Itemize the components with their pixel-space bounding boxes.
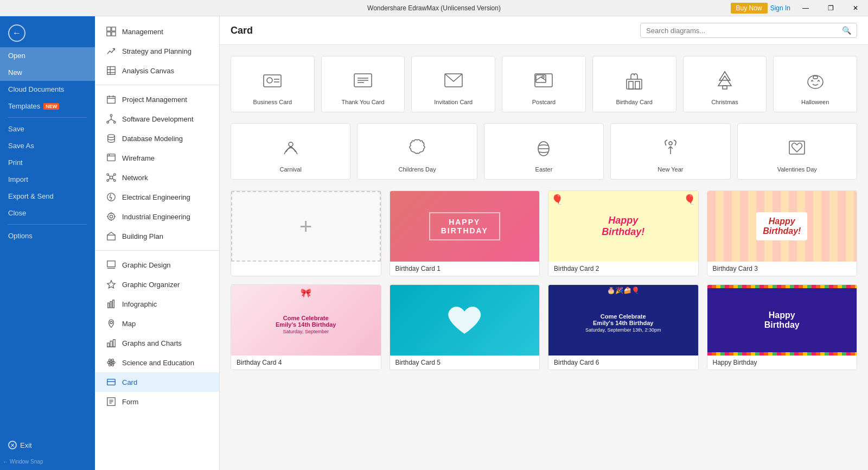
- category-building[interactable]: Building Plan: [95, 226, 219, 246]
- bday3-inner: HappyBirthday!: [756, 212, 807, 240]
- template-card-bday7[interactable]: HappyBirthday Happy Birthday: [707, 284, 858, 370]
- sidebar-item-print[interactable]: Print: [0, 154, 95, 171]
- sidebar-item-cloud[interactable]: Cloud Documents: [0, 81, 95, 98]
- template-card-bday5[interactable]: Birthday Card 5: [390, 284, 540, 370]
- template-grid: + HAPPY BIRTHDAY Birthday Card: [231, 190, 857, 370]
- sidebar-bottom: ✕ Exit ← Window Snap: [0, 436, 95, 470]
- category-graphic[interactable]: Graphic Design: [95, 255, 219, 275]
- category-form[interactable]: Form: [95, 392, 219, 411]
- category-graphs[interactable]: Graphs and Charts: [95, 333, 219, 353]
- bday7-label: Happy Birthday: [707, 355, 857, 370]
- sidebar-item-open[interactable]: Open: [0, 47, 95, 64]
- cat-card-easter[interactable]: Easter: [484, 123, 604, 180]
- svg-marker-41: [107, 281, 115, 288]
- svg-point-80: [289, 142, 293, 147]
- sidebar-divider-1: [8, 117, 87, 118]
- svg-rect-42: [108, 303, 110, 308]
- bday4-text: Come CelebrateEmily's 14th BirthdaySatur…: [270, 315, 341, 334]
- category-wireframe[interactable]: Wireframe: [95, 148, 219, 168]
- graphic-icon: [106, 259, 117, 270]
- template-card-bday3[interactable]: HappyBirthday! Birthday Card 3: [707, 190, 858, 276]
- category-strategy[interactable]: Strategy and Planning: [95, 41, 219, 61]
- svg-rect-0: [107, 27, 111, 31]
- search-box[interactable]: 🔍: [640, 23, 857, 38]
- thankyou-card-icon: [350, 67, 376, 93]
- template-card-bday1[interactable]: HAPPY BIRTHDAY Birthday Card 1: [390, 190, 540, 276]
- cat-card-valentines[interactable]: Valentines Day: [737, 123, 857, 180]
- buy-now-button[interactable]: Buy Now: [731, 3, 768, 14]
- bday7-thumb: HappyBirthday: [707, 285, 857, 355]
- svg-point-18: [108, 135, 115, 137]
- sidebar-item-close[interactable]: Close: [0, 205, 95, 221]
- sidebar-item-exit[interactable]: ✕ Exit: [0, 436, 95, 454]
- category-card[interactable]: Card: [95, 372, 219, 392]
- sidebar-item-save-as[interactable]: Save As: [0, 137, 95, 154]
- template-card-bday4[interactable]: 🎀 Come CelebrateEmily's 14th BirthdaySat…: [231, 284, 381, 370]
- svg-line-27: [108, 175, 110, 176]
- bday4-label: Birthday Card 4: [231, 355, 381, 370]
- cat-card-invitation[interactable]: Invitation Card: [411, 56, 495, 112]
- back-button[interactable]: ←: [0, 19, 95, 47]
- sidebar-item-import[interactable]: Import: [0, 171, 95, 188]
- sidebar-item-options[interactable]: Options: [0, 227, 95, 244]
- minimize-button[interactable]: —: [793, 0, 818, 16]
- electrical-icon: [106, 192, 117, 202]
- category-organizer[interactable]: Graphic Organizer: [95, 275, 219, 294]
- cat-card-carnival[interactable]: Carnival: [231, 123, 350, 180]
- bday2-thumb: 🎈 🎈 HappyBirthday!: [548, 191, 698, 262]
- sidebar-item-export[interactable]: Export & Send: [0, 188, 95, 205]
- category-database[interactable]: Database Modeling: [95, 129, 219, 148]
- cat-divider-1: [95, 85, 219, 85]
- cat-card-childrens[interactable]: Childrens Day: [357, 123, 477, 180]
- cat-card-birthday[interactable]: Birthday Card: [592, 56, 676, 112]
- search-input[interactable]: [646, 27, 842, 35]
- svg-rect-79: [813, 76, 818, 79]
- category-electrical[interactable]: Electrical Engineering: [95, 187, 219, 207]
- bday6-bg: 🎂🎉🍰🎈 Come CelebrateEmily's 14th Birthday…: [548, 285, 698, 355]
- postcard-label: Postcard: [532, 99, 556, 105]
- cat-card-postcard[interactable]: Postcard: [502, 56, 586, 112]
- svg-rect-46: [107, 343, 110, 347]
- title-bar: Wondershare EdrawMax (Unlicensed Version…: [0, 0, 868, 16]
- category-grid-row1: Business Card Thank You Card Invitation …: [231, 56, 857, 112]
- svg-line-28: [112, 175, 114, 176]
- software-icon: [106, 113, 117, 124]
- strategy-icon: [106, 46, 117, 56]
- cat-card-halloween[interactable]: Halloween: [773, 56, 857, 112]
- category-project[interactable]: Project Management: [95, 90, 219, 109]
- science-icon: [106, 357, 117, 368]
- category-software[interactable]: Software Development: [95, 109, 219, 129]
- category-network[interactable]: Network: [95, 168, 219, 187]
- halloween-icon: [802, 67, 828, 93]
- category-infographic[interactable]: Infographic: [95, 294, 219, 314]
- svg-rect-77: [723, 86, 727, 89]
- easter-label: Easter: [535, 166, 553, 173]
- search-icon[interactable]: 🔍: [842, 26, 851, 35]
- category-analysis[interactable]: Analysis Canvas: [95, 61, 219, 80]
- template-card-bday2[interactable]: 🎈 🎈 HappyBirthday! Birthday Card 2: [548, 190, 699, 276]
- template-card-new[interactable]: +: [231, 190, 381, 276]
- svg-point-24: [114, 174, 116, 176]
- category-industrial[interactable]: Industrial Engineering: [95, 207, 219, 226]
- new-template-thumb: +: [231, 191, 381, 262]
- template-card-bday6[interactable]: 🎂🎉🍰🎈 Come CelebrateEmily's 14th Birthday…: [548, 284, 699, 370]
- content-header: Card 🔍: [220, 16, 868, 45]
- cat-card-business[interactable]: Business Card: [231, 56, 315, 112]
- industrial-icon: [106, 211, 117, 222]
- sidebar-item-new[interactable]: New: [0, 64, 95, 81]
- sidebar-item-save[interactable]: Save: [0, 120, 95, 137]
- maximize-button[interactable]: ❐: [818, 0, 843, 16]
- category-map[interactable]: Map: [95, 314, 219, 333]
- cat-card-christmas[interactable]: Christmas: [683, 56, 767, 112]
- svg-point-33: [108, 213, 115, 220]
- sign-in-button[interactable]: Sign In: [770, 4, 790, 12]
- category-management[interactable]: Management: [95, 22, 219, 41]
- close-button[interactable]: ✕: [843, 0, 868, 16]
- sidebar-item-templates[interactable]: Templates NEW: [0, 98, 95, 115]
- page-title: Card: [231, 25, 253, 36]
- svg-point-61: [267, 78, 272, 83]
- svg-point-26: [114, 180, 116, 182]
- cat-card-thankyou[interactable]: Thank You Card: [321, 56, 405, 112]
- category-science[interactable]: Science and Education: [95, 353, 219, 372]
- cat-card-newyear[interactable]: New Year: [610, 123, 730, 180]
